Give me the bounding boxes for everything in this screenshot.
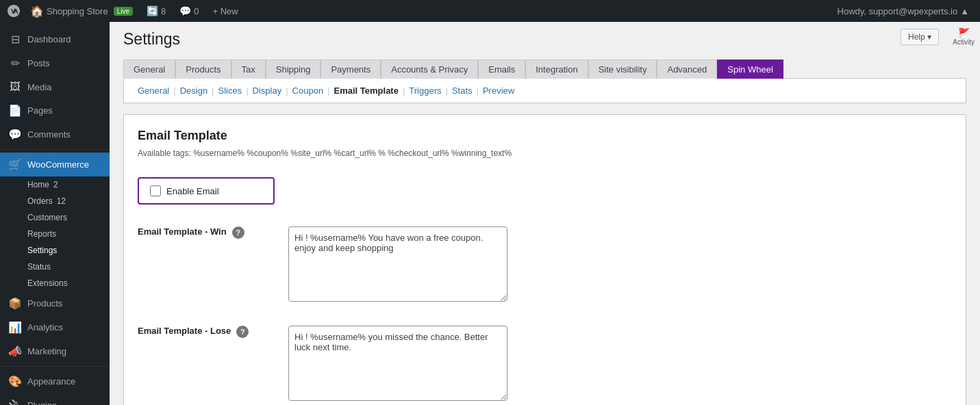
email-template-win-textarea[interactable]: Hi ! %username% You have won a free coup…	[288, 226, 507, 302]
pages-icon: 📄	[8, 104, 22, 117]
tab-products[interactable]: Products	[175, 60, 231, 79]
sidebar-subitem-extensions[interactable]: Extensions	[0, 275, 110, 291]
subnav-design[interactable]: Design	[177, 84, 210, 97]
tab-shipping[interactable]: Shipping	[266, 60, 321, 79]
products-icon: 📦	[8, 297, 22, 310]
sidebar-item-appearance[interactable]: 🎨 Appearance	[0, 369, 110, 393]
wp-logo[interactable]	[5, 3, 22, 19]
subnav-display[interactable]: Display	[250, 84, 285, 97]
menu-sep-2	[0, 366, 110, 367]
sidebar: ⊟ Dashboard ✏ Posts 🖼 Media 📄 Pages 💬 Co…	[0, 22, 110, 405]
comments-item[interactable]: 💬 0	[174, 0, 204, 22]
main-tabs: General Products Tax Shipping Payments A…	[123, 60, 966, 79]
sidebar-subitem-reports[interactable]: Reports	[0, 226, 110, 242]
subnav-general[interactable]: General	[135, 84, 172, 97]
home-badge: 2	[53, 180, 58, 190]
toolbar-right: 🚩 Activity Help ▾	[953, 27, 975, 46]
page-title: Settings	[123, 30, 966, 49]
analytics-icon: 📊	[8, 321, 22, 334]
email-template-win-field-cell: Hi ! %username% You have won a free coup…	[288, 215, 952, 315]
admin-bar: 🏠 Shopping Store Live 🔄 8 💬 0 + New Howd…	[0, 0, 980, 22]
comments-icon: 💬	[8, 128, 22, 141]
subnav-preview[interactable]: Preview	[480, 84, 517, 97]
email-template-lose-field-cell: Hi ! %username% you missed the chance. B…	[288, 315, 952, 405]
orders-badge: 12	[57, 196, 66, 206]
sidebar-subitem-status[interactable]: Status	[0, 259, 110, 275]
updates-item[interactable]: 🔄 8	[141, 0, 171, 22]
main-layout: ⊟ Dashboard ✏ Posts 🖼 Media 📄 Pages 💬 Co…	[0, 22, 980, 405]
sidebar-item-pages[interactable]: 📄 Pages	[0, 99, 110, 122]
email-template-lose-row: Email Template - Lose ? Hi ! %username% …	[138, 315, 952, 405]
tab-spin-wheel[interactable]: Spin Wheel	[717, 60, 783, 79]
email-template-win-row: Email Template - Win ? Hi ! %username% Y…	[138, 215, 952, 315]
dashboard-icon: ⊟	[8, 33, 22, 46]
menu-sep-1	[0, 149, 110, 150]
tab-general[interactable]: General	[123, 60, 175, 79]
subnav-email-template[interactable]: Email Template	[331, 84, 401, 97]
subnav-coupon[interactable]: Coupon	[290, 84, 327, 97]
woocommerce-icon: 🛒	[8, 158, 22, 171]
flag-icon: 🚩	[958, 27, 970, 38]
sidebar-subitem-settings[interactable]: Settings	[0, 242, 110, 259]
sidebar-item-comments[interactable]: 💬 Comments	[0, 122, 110, 146]
email-template-win-help-icon[interactable]: ?	[232, 226, 244, 239]
sidebar-item-dashboard[interactable]: ⊟ Dashboard	[0, 27, 110, 51]
main-content: 🚩 Activity Help ▾ Settings General Produ…	[110, 22, 980, 405]
sidebar-item-posts[interactable]: ✏ Posts	[0, 51, 110, 75]
available-tags: Available tags: %username% %coupon% %sit…	[138, 148, 952, 158]
activity-button[interactable]: 🚩 Activity	[953, 27, 975, 46]
sidebar-subitem-orders[interactable]: Orders 12	[0, 193, 110, 209]
enable-email-row: Enable Email	[138, 172, 952, 215]
settings-form: Enable Email Email Template - Win ?	[138, 172, 952, 405]
posts-icon: ✏	[8, 57, 22, 70]
sidebar-item-woocommerce[interactable]: 🛒 WooCommerce	[0, 153, 110, 177]
help-button[interactable]: Help ▾	[901, 29, 939, 45]
email-template-lose-label-cell: Email Template - Lose ?	[138, 315, 288, 405]
tab-integration[interactable]: Integration	[525, 60, 588, 79]
sidebar-item-marketing[interactable]: 📣 Marketing	[0, 339, 110, 363]
email-template-win-label-cell: Email Template - Win ?	[138, 215, 288, 315]
tab-advanced[interactable]: Advanced	[657, 60, 717, 79]
tab-emails[interactable]: Emails	[478, 60, 525, 79]
adminbar-right: Howdy, support@wpexperts.io ▲	[832, 0, 975, 22]
appearance-icon: 🎨	[8, 375, 22, 388]
howdy-menu[interactable]: Howdy, support@wpexperts.io ▲	[832, 0, 975, 22]
sidebar-subitem-customers[interactable]: Customers	[0, 209, 110, 226]
tab-accounts-privacy[interactable]: Accounts & Privacy	[381, 60, 478, 79]
email-template-lose-textarea[interactable]: Hi ! %username% you missed the chance. B…	[288, 326, 507, 401]
enable-email-box[interactable]: Enable Email	[138, 177, 275, 205]
email-template-lose-help-icon[interactable]: ?	[236, 326, 249, 338]
plugins-icon: 🔌	[8, 399, 22, 405]
subnav-slices[interactable]: Slices	[216, 84, 245, 97]
sidebar-item-media[interactable]: 🖼 Media	[0, 75, 110, 99]
section-title: Email Template	[138, 129, 952, 143]
enable-email-checkbox[interactable]	[150, 185, 161, 196]
content-area: Email Template Available tags: %username…	[123, 114, 966, 405]
live-badge: Live	[114, 7, 133, 16]
wrap: Settings General Products Tax Shipping P…	[110, 22, 980, 405]
sidebar-item-plugins[interactable]: 🔌 Plugins	[0, 393, 110, 405]
tab-site-visibility[interactable]: Site visibility	[588, 60, 657, 79]
sidebar-subitem-home[interactable]: Home 2	[0, 177, 110, 193]
sidebar-item-analytics[interactable]: 📊 Analytics	[0, 315, 110, 339]
sub-nav: General | Design | Slices | Display | Co…	[123, 79, 966, 103]
sidebar-item-products[interactable]: 📦 Products	[0, 291, 110, 315]
subnav-stats[interactable]: Stats	[449, 84, 475, 97]
media-icon: 🖼	[8, 81, 22, 93]
marketing-icon: 📣	[8, 345, 22, 358]
site-name[interactable]: 🏠 Shopping Store Live	[25, 0, 138, 22]
subnav-triggers[interactable]: Triggers	[406, 84, 444, 97]
tab-tax[interactable]: Tax	[231, 60, 266, 79]
new-item[interactable]: + New	[207, 0, 243, 22]
tab-payments[interactable]: Payments	[321, 60, 381, 79]
